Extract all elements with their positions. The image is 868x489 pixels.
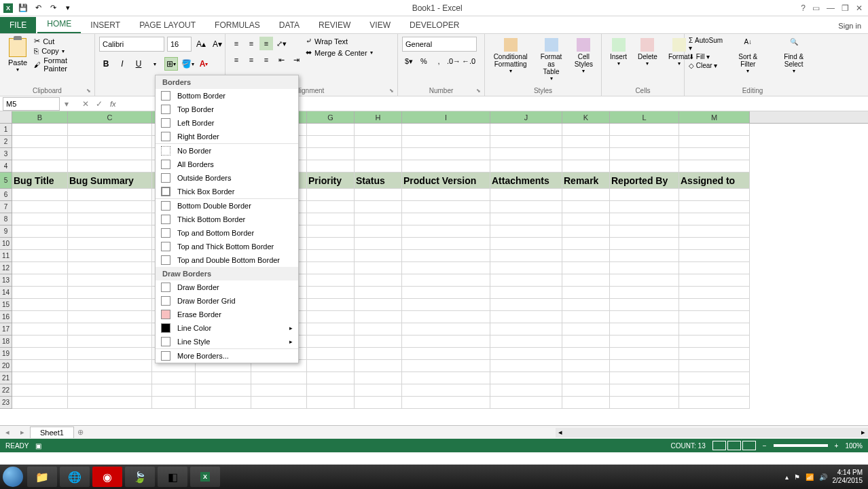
- cell-M23[interactable]: [679, 397, 750, 409]
- cancel-formula-button[interactable]: ✕: [79, 99, 92, 109]
- cell-H13[interactable]: [355, 274, 402, 287]
- align-left-button[interactable]: ≡: [230, 53, 243, 67]
- autosum-button[interactable]: Σ AutoSum ▾: [689, 37, 725, 52]
- cell-M7[interactable]: [679, 201, 750, 213]
- cell-I16[interactable]: [402, 311, 490, 323]
- cell-M2[interactable]: [679, 136, 750, 148]
- align-middle-button[interactable]: ≡: [245, 37, 258, 50]
- tab-insert[interactable]: INSERT: [81, 17, 130, 33]
- cell-D23[interactable]: [152, 397, 196, 409]
- sheet-tab-sheet1[interactable]: Sheet1: [30, 427, 74, 438]
- cell-J22[interactable]: [490, 384, 562, 397]
- row-header-4[interactable]: 4: [0, 160, 12, 173]
- cell-M20[interactable]: [679, 360, 750, 372]
- cell-G5[interactable]: Priority: [307, 173, 355, 189]
- cell-K13[interactable]: [562, 274, 610, 287]
- tab-view[interactable]: VIEW: [360, 17, 400, 33]
- qat-customize-icon[interactable]: ▾: [62, 3, 73, 14]
- cell-B3[interactable]: [12, 148, 68, 160]
- cell-C5[interactable]: Bug Summary: [68, 173, 152, 189]
- align-bottom-button[interactable]: ≡: [259, 37, 273, 50]
- cell-H21[interactable]: [355, 372, 402, 384]
- underline-button[interactable]: U: [132, 57, 145, 71]
- cell-G12[interactable]: [307, 262, 355, 274]
- cell-C17[interactable]: [68, 323, 152, 336]
- cell-K14[interactable]: [562, 287, 610, 299]
- cell-J2[interactable]: [490, 136, 562, 148]
- cell-I18[interactable]: [402, 336, 490, 348]
- cell-H19[interactable]: [355, 348, 402, 360]
- cell-M5[interactable]: Assigned to: [679, 173, 750, 189]
- cell-G7[interactable]: [307, 201, 355, 213]
- cell-G23[interactable]: [307, 397, 355, 409]
- cell-H8[interactable]: [355, 213, 402, 225]
- cell-K22[interactable]: [562, 384, 610, 397]
- cell-L19[interactable]: [610, 348, 679, 360]
- cell-K17[interactable]: [562, 323, 610, 336]
- cell-L10[interactable]: [610, 238, 679, 250]
- row-header-7[interactable]: 7: [0, 201, 12, 213]
- font-color-button[interactable]: A▾: [197, 57, 211, 71]
- macro-record-icon[interactable]: ▣: [35, 442, 41, 450]
- cell-H12[interactable]: [355, 262, 402, 274]
- cell-G17[interactable]: [307, 323, 355, 336]
- wrap-text-button[interactable]: ⤶Wrap Text: [306, 37, 373, 46]
- cell-F21[interactable]: [251, 372, 307, 384]
- menu-bottom-double-border[interactable]: Bottom Double Border: [156, 199, 298, 213]
- delete-cells-button[interactable]: Delete▾: [634, 37, 662, 68]
- tray-show-hidden-icon[interactable]: ▴: [785, 473, 789, 481]
- cell-B18[interactable]: [12, 336, 68, 348]
- cell-I8[interactable]: [402, 213, 490, 225]
- cell-K12[interactable]: [562, 262, 610, 274]
- cell-M8[interactable]: [679, 213, 750, 225]
- tray-flag-icon[interactable]: ⚑: [794, 473, 800, 481]
- row-header-19[interactable]: 19: [0, 348, 12, 360]
- cell-K3[interactable]: [562, 148, 610, 160]
- cell-L6[interactable]: [610, 189, 679, 201]
- cell-M15[interactable]: [679, 299, 750, 311]
- cell-L12[interactable]: [610, 262, 679, 274]
- insert-cells-button[interactable]: Insert▾: [606, 37, 631, 68]
- cell-C21[interactable]: [68, 372, 152, 384]
- cell-I21[interactable]: [402, 372, 490, 384]
- cell-G10[interactable]: [307, 238, 355, 250]
- cell-I11[interactable]: [402, 250, 490, 262]
- cell-H7[interactable]: [355, 201, 402, 213]
- cell-B10[interactable]: [12, 238, 68, 250]
- cell-F22[interactable]: [251, 384, 307, 397]
- name-box-dropdown[interactable]: ▾: [60, 99, 73, 109]
- cell-J12[interactable]: [490, 262, 562, 274]
- cell-G6[interactable]: [307, 189, 355, 201]
- cell-C20[interactable]: [68, 360, 152, 372]
- cell-H16[interactable]: [355, 311, 402, 323]
- enter-formula-button[interactable]: ✓: [92, 99, 106, 109]
- cell-K11[interactable]: [562, 250, 610, 262]
- cell-D21[interactable]: [152, 372, 196, 384]
- cell-I1[interactable]: [402, 124, 490, 136]
- cell-G19[interactable]: [307, 348, 355, 360]
- normal-view-button[interactable]: [712, 441, 726, 450]
- cell-G2[interactable]: [307, 136, 355, 148]
- cell-M19[interactable]: [679, 348, 750, 360]
- cell-L11[interactable]: [610, 250, 679, 262]
- decrease-indent-button[interactable]: ⇤: [274, 53, 288, 67]
- row-header-20[interactable]: 20: [0, 360, 12, 372]
- close-button[interactable]: ✕: [856, 3, 863, 13]
- col-header-G[interactable]: G: [307, 111, 355, 123]
- menu-draw-border-grid[interactable]: Draw Border Grid: [156, 294, 298, 308]
- col-header-K[interactable]: K: [562, 111, 610, 123]
- zoom-slider[interactable]: [774, 444, 828, 447]
- cell-K2[interactable]: [562, 136, 610, 148]
- col-header-I[interactable]: I: [402, 111, 490, 123]
- cell-J20[interactable]: [490, 360, 562, 372]
- cell-B14[interactable]: [12, 287, 68, 299]
- cell-H6[interactable]: [355, 189, 402, 201]
- cell-H9[interactable]: [355, 225, 402, 238]
- spreadsheet-grid[interactable]: BCDEFGHIJKLM 12345Bug TitleBug Summaryep…: [0, 111, 868, 425]
- cell-L2[interactable]: [610, 136, 679, 148]
- borders-button[interactable]: ⊞▾: [164, 57, 178, 71]
- cell-C13[interactable]: [68, 274, 152, 287]
- taskbar-explorer[interactable]: 📁: [27, 467, 57, 487]
- cell-H1[interactable]: [355, 124, 402, 136]
- accounting-format-button[interactable]: $▾: [402, 54, 416, 68]
